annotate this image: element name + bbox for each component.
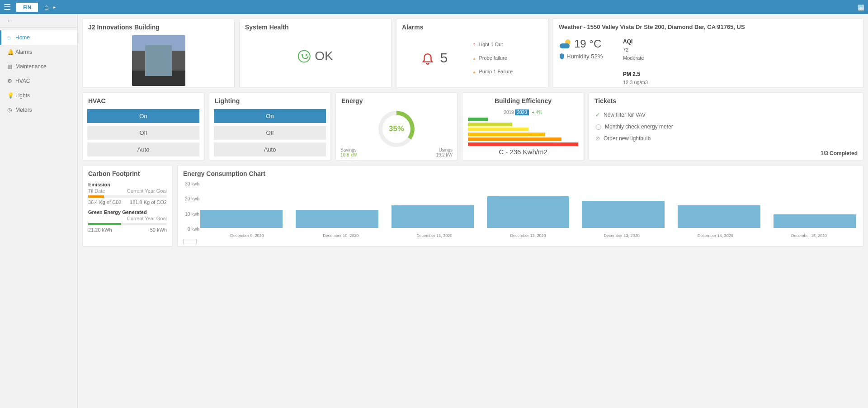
apps-grid-icon[interactable]: ▦ (858, 3, 864, 11)
top-bar: ☰ FIN ⌂ ▸ ▦ (0, 0, 868, 14)
chevron-right-icon[interactable]: ▸ (53, 5, 56, 9)
home-icon[interactable]: ⌂ (44, 3, 49, 11)
app-logo[interactable]: FIN (16, 3, 38, 12)
hamburger-icon[interactable]: ☰ (4, 2, 13, 12)
